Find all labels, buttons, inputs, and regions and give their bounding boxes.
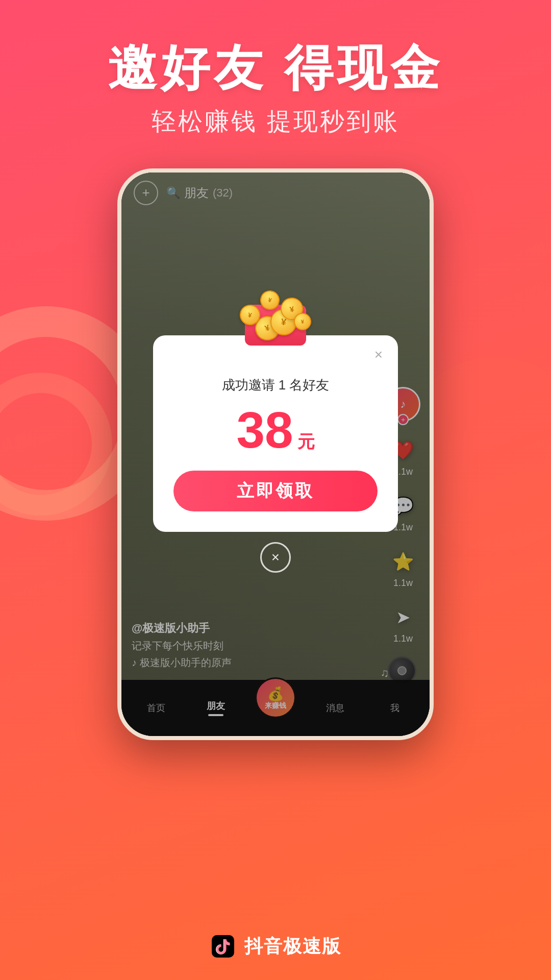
header: 邀好友 得现金 轻松赚钱 提现秒到账 [0,0,551,138]
reward-modal-card: ¥ ¥ ¥ ¥ ¥ ¥ × 成功邀请 1 名好友 38 元 [153,335,398,532]
modal-reward-amount: 38 元 [153,404,398,455]
header-subtitle: 轻松赚钱 提现秒到账 [0,105,551,138]
amount-unit: 元 [297,430,315,454]
coins-decoration: ¥ ¥ ¥ ¥ ¥ ¥ [224,295,327,346]
modal-dismiss-button[interactable]: × [260,542,291,573]
app-name-label: 抖音极速版 [244,934,341,959]
claim-button-label: 立即领取 [237,479,314,503]
header-title: 邀好友 得现金 [0,41,551,95]
app-footer: 抖音极速版 [0,933,551,960]
phone-mockup-container: + 🔍 朋友 (32) ♪ + ❤️ 1.1w [0,168,551,740]
reward-modal-overlay: ¥ ¥ ¥ ¥ ¥ ¥ × 成功邀请 1 名好友 38 元 [121,173,430,736]
phone-screen: + 🔍 朋友 (32) ♪ + ❤️ 1.1w [121,173,430,736]
modal-close-button[interactable]: × [369,346,388,364]
app-logo [210,933,236,960]
phone-mockup: + 🔍 朋友 (32) ♪ + ❤️ 1.1w [117,168,434,740]
amount-number: 38 [236,404,293,455]
claim-reward-button[interactable]: 立即领取 [173,471,378,511]
tiktok-logo-icon [212,935,234,958]
